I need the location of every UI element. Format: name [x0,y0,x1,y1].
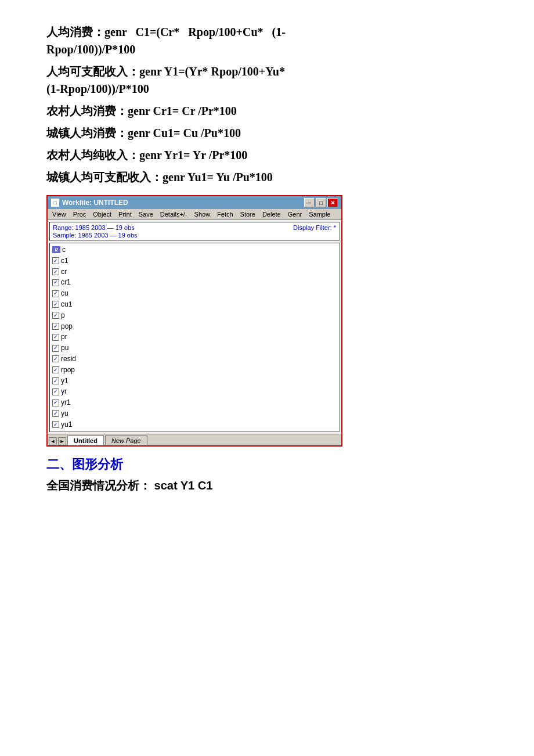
var-name: cu1 [61,300,72,309]
tab-new-page[interactable]: New Page [105,435,147,445]
formula-6-code: genr Yu1= Yu /Pu*100 [163,171,273,183]
resid-icon: R [52,246,60,253]
menu-genr[interactable]: Genr [284,210,305,219]
menu-store[interactable]: Store [237,210,259,219]
list-item[interactable]: ✓ resid [51,354,338,365]
list-item[interactable]: ✓ yu1 [51,419,338,430]
check-icon: ✓ [52,410,59,417]
check-icon: ✓ [52,355,59,362]
var-name: yu1 [61,420,72,430]
check-icon: ✓ [52,388,59,395]
analysis-cn: 全国消费情况分析： [46,479,151,492]
formula-1-code: genr C1=(Cr* Rpop/100+Cu* (1- [104,26,286,38]
tab-nav-prev[interactable]: ◄ [49,437,57,445]
formula-4-code: genr Cu1= Cu /Pu*100 [128,127,241,139]
list-item[interactable]: ✓ cr1 [51,277,338,288]
list-item[interactable]: ✓ y1 [51,376,338,387]
titlebar-controls[interactable]: – □ ✕ [304,198,338,207]
formula-4: 城镇人均消费：genr Cu1= Cu /Pu*100 [46,124,488,142]
formula-2: 人均可支配收入：genr Y1=(Yr* Rpop/100+Yu* (1-Rpo… [46,63,488,98]
workfile-titlebar: □ Workfile: UNTITLED – □ ✕ [48,196,341,209]
var-name: pop [61,322,73,332]
formula-3-cn: 农村人均消费： [46,105,128,117]
check-icon: ✓ [52,268,59,275]
list-item[interactable]: ✓ pu [51,343,338,354]
formula-6-cn: 城镇人均可支配收入： [46,171,163,183]
list-item[interactable]: ✓ pop [51,321,338,332]
workfile-title: Workfile: UNTITLED [62,199,128,207]
analysis-line: 全国消费情况分析： scat Y1 C1 [46,478,488,494]
minimize-button[interactable]: – [304,198,315,207]
list-item[interactable]: ✓ yu [51,408,338,419]
check-icon: ✓ [52,312,59,319]
workfile-tabs: ◄ ► Untitled New Page [48,434,341,445]
list-item[interactable]: ✓ cr [51,267,338,278]
menu-proc[interactable]: Proc [70,210,90,219]
list-item[interactable]: ✓ yr1 [51,397,338,408]
formula-2-cn: 人均可支配收入： [46,65,139,78]
formula-4-cn: 城镇人均消费： [46,127,128,139]
analysis-code: scat Y1 C1 [151,479,212,492]
formula-5: 农村人均纯收入：genr Yr1= Yr /Pr*100 [46,146,488,164]
check-icon: ✓ [52,279,59,286]
formula-5-cn: 农村人均纯收入： [46,149,139,161]
check-icon: ✓ [52,345,59,352]
menu-sample[interactable]: Sample [305,210,334,219]
formula-3-code: genr Cr1= Cr /Pr*100 [128,105,237,117]
list-item[interactable]: ✓ c1 [51,255,338,267]
check-icon: ✓ [52,366,59,373]
menu-view[interactable]: View [49,210,70,219]
workfile-window: □ Workfile: UNTITLED – □ ✕ View Proc Obj… [46,195,342,447]
var-name: c [62,245,66,255]
formula-1: 人均消费：genr C1=(Cr* Rpop/100+Cu* (1- Rpop/… [46,23,488,58]
var-name: resid [61,354,76,364]
display-filter: Display Filter: * [293,224,336,239]
menu-save[interactable]: Save [135,210,157,219]
var-name: cr1 [61,278,71,287]
formula-1-code-cont: Rpop/100))/P*100 [46,43,135,56]
workfile-info-left: Range: 1985 2003 — 19 obs Sample: 1985 2… [53,224,138,239]
formula-5-code: genr Yr1= Yr /Pr*100 [139,149,247,161]
workfile-variable-list: R c ✓ c1 ✓ cr ✓ cr1 ✓ cu ✓ cu1 ✓ [49,243,340,432]
var-name: cu [61,289,68,298]
check-icon: ✓ [52,399,59,406]
var-name: p [61,311,65,321]
var-name: yu [61,409,68,419]
list-item[interactable]: ✓ yr [51,386,338,397]
menu-details[interactable]: Details+/- [157,210,191,219]
menu-show[interactable]: Show [191,210,214,219]
var-name: cr [61,267,67,277]
sample-label: Sample: 1985 2003 — 19 obs [53,232,138,239]
var-name: rpop [61,365,75,375]
formula-2-code: genr Y1=(Yr* Rpop/100+Yu* [139,65,285,78]
list-item[interactable]: R c [51,244,338,255]
list-item[interactable]: ✓ cu1 [51,299,338,310]
formula-2-code-cont: (1-Rpop/100))/P*100 [46,82,149,95]
tab-nav-next[interactable]: ► [58,437,66,445]
range-label: Range: 1985 2003 — 19 obs [53,224,138,231]
formula-6: 城镇人均可支配收入：genr Yu1= Yu /Pu*100 [46,168,488,186]
var-name: c1 [61,256,68,266]
menu-delete[interactable]: Delete [259,210,284,219]
workfile-info-panel: Range: 1985 2003 — 19 obs Sample: 1985 2… [49,222,340,241]
restore-button[interactable]: □ [316,198,326,207]
list-item[interactable]: ✓ rpop [51,365,338,376]
workfile-title-icon: □ [51,199,59,207]
formula-3: 农村人均消费：genr Cr1= Cr /Pr*100 [46,102,488,120]
var-name: pr [61,332,67,342]
check-icon: ✓ [52,323,59,330]
list-item[interactable]: ✓ p [51,310,338,321]
list-item[interactable]: ✓ cu [51,288,338,299]
menu-print[interactable]: Print [115,210,135,219]
menu-object[interactable]: Object [89,210,115,219]
menu-fetch[interactable]: Fetch [214,210,237,219]
close-button[interactable]: ✕ [327,198,338,207]
list-item[interactable]: ✓ pr [51,332,338,343]
workfile-menu: View Proc Object Print Save Details+/- S… [48,209,341,220]
titlebar-left: □ Workfile: UNTITLED [51,199,128,207]
var-name: y1 [61,376,68,386]
tab-untitled[interactable]: Untitled [67,435,104,445]
check-icon: ✓ [52,334,59,341]
var-name: yr1 [61,398,71,408]
var-name: pu [61,343,68,353]
